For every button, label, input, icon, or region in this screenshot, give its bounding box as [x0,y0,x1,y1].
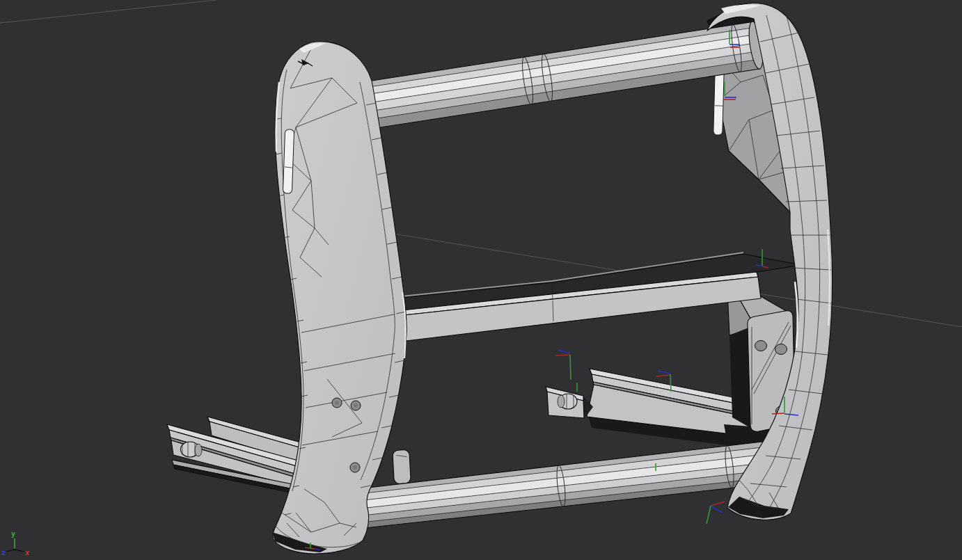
hex-bolt[interactable] [558,394,577,409]
mount-tab[interactable] [393,449,411,483]
top-tube[interactable] [368,21,766,129]
white-trim-strip[interactable] [283,129,294,193]
hex-bolt[interactable] [755,341,767,351]
axis-x-label: x [25,549,29,557]
cad-viewport[interactable]: z x y [0,0,962,560]
viewport-canvas[interactable]: z x y [0,0,962,560]
hex-bolt[interactable] [181,442,203,457]
hex-bolt[interactable] [775,344,787,355]
axis-y-label: y [11,530,15,538]
right-mount-rail[interactable] [546,369,754,449]
axis-z-label: z [1,549,6,557]
bottom-tube[interactable] [352,442,766,529]
white-trim-strip[interactable] [713,69,724,135]
view-axis-gizmo: z x y [1,530,29,557]
